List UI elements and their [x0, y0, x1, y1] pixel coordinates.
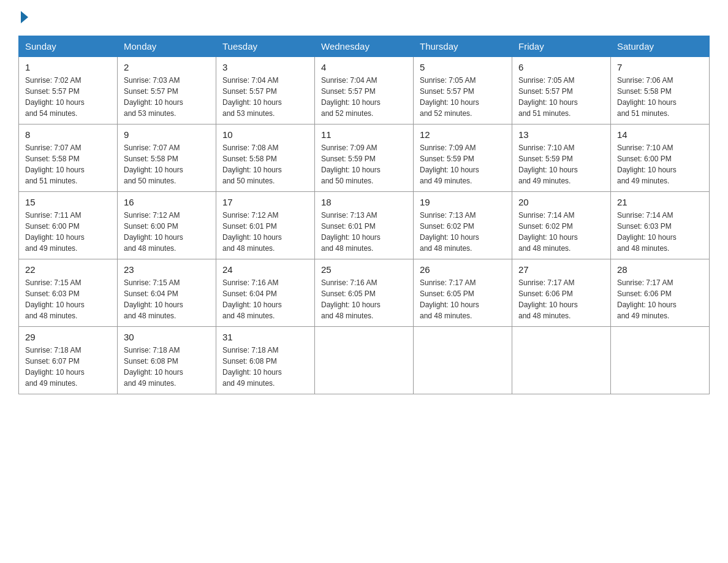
day-number: 19: [420, 197, 506, 207]
calendar-cell: 24Sunrise: 7:16 AMSunset: 6:04 PMDayligh…: [216, 259, 315, 327]
day-header-sunday: Sunday: [19, 36, 118, 57]
day-info: Sunrise: 7:03 AMSunset: 5:57 PMDaylight:…: [124, 75, 210, 119]
day-info: Sunrise: 7:16 AMSunset: 6:04 PMDaylight:…: [222, 277, 308, 321]
day-number: 23: [124, 264, 210, 275]
calendar-cell: 12Sunrise: 7:09 AMSunset: 5:59 PMDayligh…: [414, 124, 512, 192]
day-header-friday: Friday: [512, 36, 611, 57]
day-number: 8: [25, 129, 111, 140]
day-header-wednesday: Wednesday: [315, 36, 414, 57]
calendar-cell: 23Sunrise: 7:15 AMSunset: 6:04 PMDayligh…: [118, 259, 216, 327]
day-header-row: SundayMondayTuesdayWednesdayThursdayFrid…: [19, 36, 710, 57]
calendar-cell: 31Sunrise: 7:18 AMSunset: 6:08 PMDayligh…: [216, 327, 315, 394]
week-row-1: 1Sunrise: 7:02 AMSunset: 5:57 PMDaylight…: [19, 57, 710, 124]
calendar-table: SundayMondayTuesdayWednesdayThursdayFrid…: [18, 36, 710, 394]
calendar-cell: 22Sunrise: 7:15 AMSunset: 6:03 PMDayligh…: [19, 259, 118, 327]
calendar-cell: 21Sunrise: 7:14 AMSunset: 6:03 PMDayligh…: [611, 192, 710, 259]
day-number: 26: [420, 264, 506, 275]
calendar-cell: 6Sunrise: 7:05 AMSunset: 5:57 PMDaylight…: [512, 57, 611, 124]
day-info: Sunrise: 7:15 AMSunset: 6:03 PMDaylight:…: [25, 277, 111, 321]
calendar-cell: 2Sunrise: 7:03 AMSunset: 5:57 PMDaylight…: [118, 57, 216, 124]
calendar-cell: 15Sunrise: 7:11 AMSunset: 6:00 PMDayligh…: [19, 192, 118, 259]
calendar-cell: 7Sunrise: 7:06 AMSunset: 5:58 PMDaylight…: [611, 57, 710, 124]
calendar-cell: [414, 327, 512, 394]
day-header-monday: Monday: [118, 36, 216, 57]
day-number: 15: [25, 197, 111, 207]
calendar-cell: 1Sunrise: 7:02 AMSunset: 5:57 PMDaylight…: [19, 57, 118, 124]
day-info: Sunrise: 7:05 AMSunset: 5:57 PMDaylight:…: [420, 75, 506, 119]
day-info: Sunrise: 7:14 AMSunset: 6:02 PMDaylight:…: [518, 210, 604, 254]
day-info: Sunrise: 7:18 AMSunset: 6:08 PMDaylight:…: [124, 345, 210, 389]
page-header: [18, 12, 710, 23]
day-number: 18: [321, 197, 407, 207]
day-number: 2: [124, 62, 210, 72]
calendar-cell: [611, 327, 710, 394]
day-info: Sunrise: 7:13 AMSunset: 6:01 PMDaylight:…: [321, 210, 407, 254]
day-number: 13: [518, 129, 604, 140]
calendar-cell: 19Sunrise: 7:13 AMSunset: 6:02 PMDayligh…: [414, 192, 512, 259]
calendar-cell: 14Sunrise: 7:10 AMSunset: 6:00 PMDayligh…: [611, 124, 710, 192]
day-header-saturday: Saturday: [611, 36, 710, 57]
day-info: Sunrise: 7:02 AMSunset: 5:57 PMDaylight:…: [25, 75, 111, 119]
day-info: Sunrise: 7:09 AMSunset: 5:59 PMDaylight:…: [321, 142, 407, 186]
calendar-cell: 30Sunrise: 7:18 AMSunset: 6:08 PMDayligh…: [118, 327, 216, 394]
week-row-5: 29Sunrise: 7:18 AMSunset: 6:07 PMDayligh…: [19, 327, 710, 394]
day-number: 25: [321, 264, 407, 275]
day-info: Sunrise: 7:17 AMSunset: 6:06 PMDaylight:…: [617, 277, 703, 321]
day-info: Sunrise: 7:06 AMSunset: 5:58 PMDaylight:…: [617, 75, 703, 119]
day-info: Sunrise: 7:10 AMSunset: 5:59 PMDaylight:…: [518, 142, 604, 186]
day-number: 14: [617, 129, 703, 140]
day-number: 9: [124, 129, 210, 140]
calendar-cell: 3Sunrise: 7:04 AMSunset: 5:57 PMDaylight…: [216, 57, 315, 124]
calendar-cell: 27Sunrise: 7:17 AMSunset: 6:06 PMDayligh…: [512, 259, 611, 327]
calendar-cell: 11Sunrise: 7:09 AMSunset: 5:59 PMDayligh…: [315, 124, 414, 192]
day-info: Sunrise: 7:17 AMSunset: 6:06 PMDaylight:…: [518, 277, 604, 321]
day-number: 7: [617, 62, 703, 72]
day-number: 6: [518, 62, 604, 72]
calendar-cell: 26Sunrise: 7:17 AMSunset: 6:05 PMDayligh…: [414, 259, 512, 327]
calendar-cell: 16Sunrise: 7:12 AMSunset: 6:00 PMDayligh…: [118, 192, 216, 259]
day-number: 31: [222, 332, 308, 342]
calendar-cell: 9Sunrise: 7:07 AMSunset: 5:58 PMDaylight…: [118, 124, 216, 192]
day-info: Sunrise: 7:04 AMSunset: 5:57 PMDaylight:…: [222, 75, 308, 119]
day-info: Sunrise: 7:18 AMSunset: 6:08 PMDaylight:…: [222, 345, 308, 389]
day-info: Sunrise: 7:16 AMSunset: 6:05 PMDaylight:…: [321, 277, 407, 321]
day-number: 1: [25, 62, 111, 72]
calendar-cell: 20Sunrise: 7:14 AMSunset: 6:02 PMDayligh…: [512, 192, 611, 259]
calendar-cell: 8Sunrise: 7:07 AMSunset: 5:58 PMDaylight…: [19, 124, 118, 192]
day-info: Sunrise: 7:11 AMSunset: 6:00 PMDaylight:…: [25, 210, 111, 254]
day-header-thursday: Thursday: [414, 36, 512, 57]
day-info: Sunrise: 7:10 AMSunset: 6:00 PMDaylight:…: [617, 142, 703, 186]
day-info: Sunrise: 7:14 AMSunset: 6:03 PMDaylight:…: [617, 210, 703, 254]
day-number: 27: [518, 264, 604, 275]
day-number: 24: [222, 264, 308, 275]
day-number: 17: [222, 197, 308, 207]
calendar-cell: 29Sunrise: 7:18 AMSunset: 6:07 PMDayligh…: [19, 327, 118, 394]
day-number: 10: [222, 129, 308, 140]
day-info: Sunrise: 7:07 AMSunset: 5:58 PMDaylight:…: [25, 142, 111, 186]
day-info: Sunrise: 7:13 AMSunset: 6:02 PMDaylight:…: [420, 210, 506, 254]
calendar-cell: 5Sunrise: 7:05 AMSunset: 5:57 PMDaylight…: [414, 57, 512, 124]
day-header-tuesday: Tuesday: [216, 36, 315, 57]
calendar-cell: 13Sunrise: 7:10 AMSunset: 5:59 PMDayligh…: [512, 124, 611, 192]
day-info: Sunrise: 7:04 AMSunset: 5:57 PMDaylight:…: [321, 75, 407, 119]
logo: [18, 12, 28, 23]
day-number: 12: [420, 129, 506, 140]
calendar-cell: 4Sunrise: 7:04 AMSunset: 5:57 PMDaylight…: [315, 57, 414, 124]
week-row-2: 8Sunrise: 7:07 AMSunset: 5:58 PMDaylight…: [19, 124, 710, 192]
day-number: 21: [617, 197, 703, 207]
day-info: Sunrise: 7:05 AMSunset: 5:57 PMDaylight:…: [518, 75, 604, 119]
day-info: Sunrise: 7:15 AMSunset: 6:04 PMDaylight:…: [124, 277, 210, 321]
day-info: Sunrise: 7:08 AMSunset: 5:58 PMDaylight:…: [222, 142, 308, 186]
day-number: 5: [420, 62, 506, 72]
day-info: Sunrise: 7:12 AMSunset: 6:01 PMDaylight:…: [222, 210, 308, 254]
day-number: 30: [124, 332, 210, 342]
day-number: 16: [124, 197, 210, 207]
day-number: 29: [25, 332, 111, 342]
calendar-cell: [512, 327, 611, 394]
calendar-cell: 17Sunrise: 7:12 AMSunset: 6:01 PMDayligh…: [216, 192, 315, 259]
day-number: 11: [321, 129, 407, 140]
day-info: Sunrise: 7:07 AMSunset: 5:58 PMDaylight:…: [124, 142, 210, 186]
calendar-cell: [315, 327, 414, 394]
day-number: 4: [321, 62, 407, 72]
day-number: 22: [25, 264, 111, 275]
